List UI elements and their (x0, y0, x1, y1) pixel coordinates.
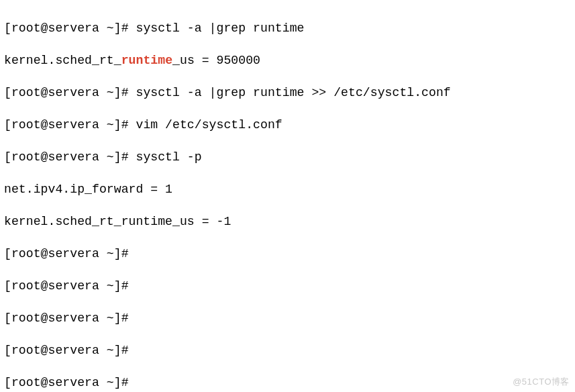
command-text: sysctl -p (129, 150, 202, 164)
cmd-line: [root@servera ~]# (4, 246, 571, 262)
cmd-line: [root@servera ~]# sysctl -p (4, 149, 571, 165)
output-line: kernel.sched_rt_runtime_us = -1 (4, 213, 571, 230)
command-text: vim /etc/sysctl.conf (129, 118, 282, 132)
cmd-line: [root@servera ~]# (4, 375, 571, 391)
prompt: [root@servera ~]# (4, 118, 129, 132)
prompt: [root@servera ~]# (4, 311, 129, 325)
prompt: [root@servera ~]# (4, 150, 129, 164)
prompt: [root@servera ~]# (4, 344, 129, 357)
cmd-line: [root@servera ~]# sysctl -a |grep runtim… (4, 20, 571, 36)
cmd-line: [root@servera ~]# sysctl -a |grep runtim… (4, 85, 571, 101)
cmd-line: [root@servera ~]# vim /etc/sysctl.conf (4, 117, 571, 133)
prompt: [root@servera ~]# (4, 376, 129, 389)
cmd-line: [root@servera ~]# (4, 310, 571, 326)
prompt: [root@servera ~]# (4, 247, 129, 260)
output-line: net.ipv4.ip_forward = 1 (4, 181, 571, 197)
cmd-line: [root@servera ~]# (4, 342, 571, 358)
command-text: sysctl -a |grep runtime >> /etc/sysctl.c… (129, 86, 451, 99)
output-text: _us = 950000 (172, 54, 260, 67)
terminal[interactable]: [root@servera ~]# sysctl -a |grep runtim… (0, 0, 575, 392)
prompt: [root@servera ~]# (4, 21, 129, 35)
output-line: kernel.sched_rt_runtime_us = 950000 (4, 52, 571, 68)
prompt: [root@servera ~]# (4, 279, 129, 293)
output-text: kernel.sched_rt_ (4, 54, 121, 67)
watermark: @51CTO博客 (513, 376, 570, 388)
cmd-line: [root@servera ~]# (4, 278, 571, 294)
prompt: [root@servera ~]# (4, 86, 129, 99)
command-text: sysctl -a |grep runtime (129, 21, 305, 35)
highlight-runtime: runtime (121, 54, 172, 67)
